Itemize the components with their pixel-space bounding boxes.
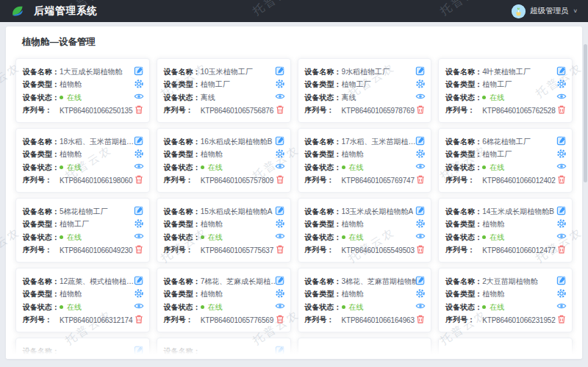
gear-icon[interactable] bbox=[275, 149, 285, 159]
eye-icon[interactable] bbox=[556, 161, 567, 171]
user-avatar[interactable] bbox=[512, 4, 526, 18]
device-type-value: 植物舱 bbox=[60, 289, 82, 299]
device-status-value: 在线 bbox=[60, 232, 82, 243]
eye-icon[interactable] bbox=[556, 231, 567, 241]
trash-icon[interactable] bbox=[415, 104, 426, 115]
edit-icon[interactable] bbox=[134, 205, 144, 215]
device-name-label: 设备名称： bbox=[445, 67, 482, 77]
eye-icon[interactable] bbox=[275, 301, 285, 311]
edit-icon[interactable] bbox=[275, 65, 285, 76]
gear-icon[interactable] bbox=[134, 79, 144, 89]
trash-icon[interactable] bbox=[275, 244, 285, 254]
gear-icon[interactable] bbox=[134, 288, 144, 299]
device-card: 设备名称： 2大豆苗期植物舱 设备类型： 植物舱 设备状态： 在线 序列号： K… bbox=[438, 268, 573, 332]
device-status-row: 设备状态： 在线 bbox=[23, 231, 143, 244]
status-text: 在线 bbox=[349, 163, 364, 171]
device-status-row: 设备状态： 离线 bbox=[305, 91, 425, 104]
edit-icon[interactable] bbox=[415, 135, 426, 146]
eye-icon[interactable] bbox=[275, 91, 285, 101]
gear-icon[interactable] bbox=[275, 79, 285, 89]
device-serial-row: 序列号： KTP864601065756876 bbox=[164, 104, 284, 118]
device-type-value: 植物工厂 bbox=[342, 79, 371, 90]
eye-icon[interactable] bbox=[415, 91, 426, 101]
trash-icon[interactable] bbox=[556, 244, 567, 254]
device-serial-value: KTP864601065775637 bbox=[201, 246, 273, 254]
card-actions bbox=[415, 275, 426, 324]
eye-icon[interactable] bbox=[134, 231, 144, 241]
device-card: 设备名称： 7棉花、芝麻成长期植… 设备类型： 植物舱 设备状态： 在线 序列号… bbox=[157, 268, 291, 332]
device-name-label: 设备名称： bbox=[305, 207, 342, 217]
gear-icon[interactable] bbox=[556, 79, 567, 89]
device-type-label: 设备类型： bbox=[445, 149, 482, 160]
edit-icon[interactable] bbox=[556, 65, 567, 76]
device-type-row: 设备类型： 植物舱 bbox=[305, 218, 425, 232]
trash-icon[interactable] bbox=[556, 104, 567, 115]
device-name-value: 9水稻植物工厂 bbox=[342, 67, 390, 77]
eye-icon[interactable] bbox=[556, 301, 567, 311]
eye-icon[interactable] bbox=[134, 91, 144, 101]
trash-icon[interactable] bbox=[415, 174, 426, 185]
trash-icon[interactable] bbox=[275, 104, 285, 115]
gear-icon[interactable] bbox=[134, 218, 144, 229]
device-serial-value: KTP864601066231952 bbox=[482, 316, 555, 324]
trash-icon[interactable] bbox=[275, 314, 285, 324]
gear-icon[interactable] bbox=[415, 218, 426, 229]
eye-icon[interactable] bbox=[415, 161, 426, 171]
eye-icon[interactable] bbox=[134, 161, 144, 171]
eye-icon[interactable] bbox=[415, 301, 426, 311]
device-serial-row: 序列号： KTP864601066164963 bbox=[305, 314, 425, 327]
trash-icon[interactable] bbox=[275, 174, 285, 185]
eye-icon[interactable] bbox=[275, 161, 285, 171]
eye-icon[interactable] bbox=[134, 301, 144, 311]
trash-icon[interactable] bbox=[134, 244, 144, 254]
device-name-value: 5棉花植物工厂 bbox=[60, 207, 108, 217]
device-serial-value: KTP864601066250135 bbox=[60, 107, 132, 115]
edit-icon[interactable] bbox=[275, 205, 285, 215]
device-name-value: 7棉花、芝麻成长期植… bbox=[201, 277, 279, 287]
edit-icon[interactable] bbox=[415, 275, 426, 285]
edit-icon[interactable] bbox=[275, 275, 285, 285]
gear-icon[interactable] bbox=[556, 149, 567, 159]
trash-icon[interactable] bbox=[134, 104, 144, 115]
edit-icon[interactable] bbox=[556, 205, 567, 215]
gear-icon[interactable] bbox=[275, 218, 285, 229]
user-menu[interactable]: 超级管理员 ∨ bbox=[512, 4, 578, 18]
trash-icon[interactable] bbox=[134, 314, 144, 324]
gear-icon[interactable] bbox=[415, 149, 426, 159]
eye-icon[interactable] bbox=[415, 231, 426, 241]
trash-icon[interactable] bbox=[134, 174, 144, 185]
edit-icon[interactable] bbox=[556, 135, 567, 146]
edit-icon[interactable] bbox=[275, 345, 285, 355]
edit-icon[interactable] bbox=[275, 135, 285, 146]
device-name-value: 10玉米植物工厂 bbox=[201, 67, 253, 77]
trash-icon[interactable] bbox=[415, 244, 426, 254]
gear-icon[interactable] bbox=[415, 79, 426, 89]
device-type-label: 设备类型： bbox=[23, 149, 60, 160]
edit-icon[interactable] bbox=[415, 65, 426, 76]
edit-icon[interactable] bbox=[415, 205, 426, 215]
device-type-value: 植物工厂 bbox=[60, 219, 89, 229]
edit-icon[interactable] bbox=[556, 275, 567, 285]
gear-icon[interactable] bbox=[556, 218, 567, 229]
device-status-row: 设备状态： 离线 bbox=[164, 91, 284, 104]
gear-icon[interactable] bbox=[134, 149, 144, 159]
edit-icon[interactable] bbox=[134, 275, 144, 285]
device-serial-row: 序列号： KTP864601066198060 bbox=[23, 174, 143, 188]
online-dot bbox=[482, 305, 486, 309]
app-title: 后端管理系统 bbox=[34, 4, 98, 18]
gear-icon[interactable] bbox=[415, 288, 426, 299]
edit-icon[interactable] bbox=[134, 135, 144, 146]
eye-icon[interactable] bbox=[275, 231, 285, 241]
gear-icon[interactable] bbox=[275, 288, 285, 299]
eye-icon[interactable] bbox=[556, 91, 567, 101]
edit-icon[interactable] bbox=[134, 345, 144, 355]
device-type-label: 设备类型： bbox=[445, 219, 482, 229]
device-card-partial bbox=[298, 338, 432, 359]
vertical-scrollbar[interactable] bbox=[584, 44, 587, 182]
trash-icon[interactable] bbox=[415, 314, 426, 324]
trash-icon[interactable] bbox=[556, 314, 567, 324]
edit-icon[interactable] bbox=[134, 65, 144, 76]
gear-icon[interactable] bbox=[556, 288, 567, 299]
device-type-label: 设备类型： bbox=[305, 79, 342, 90]
trash-icon[interactable] bbox=[556, 174, 567, 185]
